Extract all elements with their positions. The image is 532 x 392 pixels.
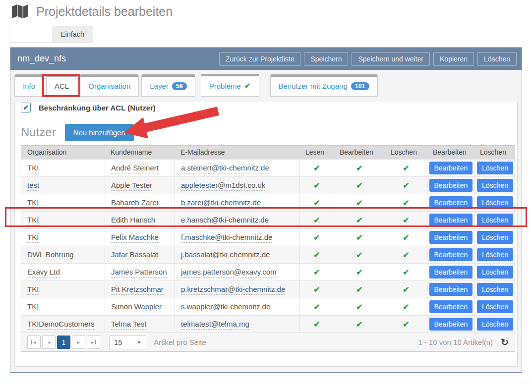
tab-acl[interactable]: ACL — [46, 74, 77, 97]
refresh-icon[interactable]: ↻ — [501, 337, 509, 347]
row-delete-button[interactable]: Löschen — [477, 214, 513, 226]
kundenname-value[interactable]: André Steinert — [111, 163, 159, 173]
kundenname-value[interactable]: Simon Wappler — [111, 302, 162, 312]
email-value[interactable]: telmatest@telma.mg — [181, 319, 249, 330]
save-button[interactable]: Speichern — [304, 52, 348, 66]
kundenname-value[interactable]: Felix Maschke — [111, 232, 159, 243]
email-value[interactable]: j.bassalat@tki-chemnitz.de — [181, 250, 270, 260]
kundenname-value[interactable]: Jafar Bassalat — [111, 250, 158, 260]
cell-loeschen-perm: ✔ — [385, 194, 427, 211]
row-delete-button[interactable]: Löschen — [477, 300, 513, 313]
tab-probleme[interactable]: Probleme ✔ — [201, 74, 259, 97]
add-user-button[interactable]: Neu hinzufügen — [65, 124, 134, 141]
page-size-select[interactable]: 15 ▼ — [109, 336, 146, 349]
copy-button[interactable]: Kopieren — [433, 52, 474, 66]
organisation-value[interactable]: TKI — [27, 232, 39, 243]
row-edit-button[interactable]: Bearbeiten — [429, 214, 473, 226]
email-value[interactable]: appletester@m1dst.co.uk — [181, 180, 265, 191]
organisation-value[interactable]: DWL Bohrung — [27, 250, 74, 260]
delete-button[interactable]: Löschen — [477, 52, 517, 66]
mode-tab-einfach[interactable]: Einfach — [52, 26, 93, 42]
header-loeschen-action[interactable]: Löschen — [474, 146, 516, 159]
acl-restriction-row: ✔ Beschränkung über ACL (Nutzer) — [21, 102, 517, 113]
email-value[interactable]: e.hansch@tki-chemnitz.de — [181, 215, 269, 225]
cell-bearbeiten-perm: ✔ — [334, 160, 385, 176]
row-delete-button[interactable]: Löschen — [477, 231, 513, 244]
pager-first-button[interactable]: ◄ — [27, 336, 41, 349]
row-edit-button[interactable]: Bearbeiten — [429, 196, 473, 209]
cell-loeschen-perm: ✔ — [385, 264, 427, 280]
users-table: Organisation Kundenname E-Mailadresse Le… — [21, 145, 515, 352]
kundenname-value[interactable]: James Patterson — [111, 267, 167, 278]
header-lesen[interactable]: Lesen — [299, 146, 334, 159]
header-kundenname[interactable]: Kundenname — [105, 146, 175, 159]
tab-benutzer-mit-zugang[interactable]: Benutzer mit Zugang 101 — [270, 74, 378, 97]
check-icon: ✔ — [313, 216, 320, 225]
email-value[interactable]: p.kretzschmar@tki-chemnitz.de — [181, 284, 285, 295]
email-value[interactable]: f.maschke@tki-chemnitz.de — [181, 232, 272, 243]
header-organisation[interactable]: Organisation — [21, 146, 105, 159]
organisation-value[interactable]: TKI — [27, 284, 39, 295]
tab-info[interactable]: Info — [14, 74, 44, 97]
organisation-value[interactable]: TKI — [27, 215, 39, 225]
row-edit-button[interactable]: Bearbeiten — [429, 248, 473, 261]
save-and-continue-button[interactable]: Speichern und weiter — [352, 52, 430, 66]
check-icon: ✔ — [403, 285, 409, 294]
cell-lesen: ✔ — [299, 229, 334, 246]
email-value[interactable]: s.wappler@tki-chemnitz.de — [181, 302, 270, 312]
row-edit-button[interactable]: Bearbeiten — [429, 266, 473, 279]
tab-organisation[interactable]: Organisation — [80, 74, 139, 97]
tab-layer[interactable]: Layer 58 — [141, 74, 195, 97]
layer-count-badge: 58 — [172, 82, 187, 90]
row-delete-button[interactable]: Löschen — [477, 179, 513, 192]
pager-prev-button[interactable]: ◄ — [42, 336, 56, 349]
project-panel: nm_dev_nfs Zurück zur Projektliste Speic… — [10, 47, 522, 373]
email-value[interactable]: james.patterson@exavy.com — [181, 267, 277, 278]
kundenname-value[interactable]: Telma Test — [111, 319, 146, 330]
tab-info-label: Info — [23, 82, 35, 90]
row-edit-button[interactable]: Bearbeiten — [429, 318, 473, 331]
check-icon: ✔ — [403, 216, 409, 225]
organisation-value[interactable]: TKI — [27, 163, 39, 173]
pager: ◄ ◄ 1 ► ► 15 — [21, 333, 515, 351]
header-loeschen-perm[interactable]: Löschen — [385, 146, 427, 159]
table-row: DWL Bohrung Jafar Bassalat j.bassalat@tk… — [21, 246, 515, 263]
row-edit-button[interactable]: Bearbeiten — [429, 283, 473, 296]
organisation-value[interactable]: TKI — [27, 198, 39, 208]
cell-bearbeiten-perm: ✔ — [334, 194, 385, 211]
row-edit-button[interactable]: Bearbeiten — [429, 300, 473, 313]
pager-next-button[interactable]: ► — [72, 336, 85, 349]
chevron-down-icon: ▼ — [137, 340, 141, 345]
kundenname-value[interactable]: Bahareh Zarei — [111, 198, 158, 208]
row-delete-button[interactable]: Löschen — [477, 196, 513, 209]
row-edit-button[interactable]: Bearbeiten — [429, 231, 473, 244]
email-value[interactable]: b.zarei@tki-chemnitz.de — [181, 198, 261, 208]
organisation-value[interactable]: TKIDemoCustomers — [27, 319, 95, 330]
organisation-value[interactable]: TKI — [27, 302, 39, 312]
row-delete-button[interactable]: Löschen — [477, 318, 513, 331]
check-icon: ✔ — [356, 250, 362, 260]
header-email[interactable]: E-Mailadresse — [175, 146, 299, 159]
organisation-value[interactable]: test — [27, 180, 39, 191]
kundenname-value[interactable]: Apple Tester — [111, 180, 152, 191]
email-value[interactable]: a.steinert@tki-chemnitz.de — [181, 163, 269, 173]
mode-tab-blank[interactable] — [10, 26, 52, 42]
kundenname-value[interactable]: Pit Kretzschmar — [111, 284, 164, 295]
acl-restriction-checkbox[interactable]: ✔ — [21, 103, 31, 112]
pager-last-button[interactable]: ► — [87, 336, 100, 349]
back-to-projectlist-button[interactable]: Zurück zur Projektliste — [219, 52, 300, 66]
panel-header: nm_dev_nfs Zurück zur Projektliste Speic… — [10, 48, 522, 70]
header-bearbeiten-action[interactable]: Bearbeiten — [427, 146, 474, 159]
row-delete-button[interactable]: Löschen — [477, 162, 513, 174]
row-delete-button[interactable]: Löschen — [477, 283, 513, 296]
pager-page-1-button[interactable]: 1 — [57, 336, 70, 349]
cell-edit: Bearbeiten — [427, 246, 474, 263]
cell-kundenname: Felix Maschke — [105, 229, 175, 246]
organisation-value[interactable]: Exavy Ltd — [27, 267, 60, 278]
kundenname-value[interactable]: Edith Hansch — [111, 215, 155, 225]
row-delete-button[interactable]: Löschen — [477, 248, 513, 261]
row-delete-button[interactable]: Löschen — [477, 266, 513, 279]
row-edit-button[interactable]: Bearbeiten — [429, 179, 473, 192]
header-bearbeiten-perm[interactable]: Bearbeiten — [334, 146, 385, 159]
row-edit-button[interactable]: Bearbeiten — [429, 162, 473, 174]
